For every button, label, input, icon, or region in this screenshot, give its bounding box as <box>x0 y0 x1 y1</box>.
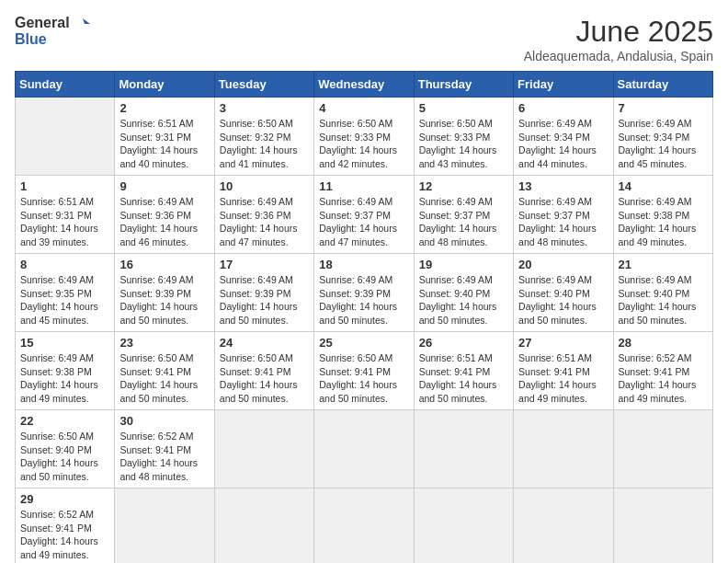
day-number: 10 <box>220 179 309 193</box>
day-number: 7 <box>619 101 708 115</box>
table-row: 13 Sunrise: 6:49 AMSunset: 9:37 PMDaylig… <box>514 176 613 254</box>
day-info: Sunrise: 6:49 AMSunset: 9:35 PMDaylight:… <box>20 274 98 326</box>
day-number: 9 <box>119 179 209 193</box>
table-row: 21 Sunrise: 6:49 AMSunset: 9:40 PMDaylig… <box>613 254 712 332</box>
day-info: Sunrise: 6:52 AMSunset: 9:41 PMDaylight:… <box>619 352 697 404</box>
table-row: 18 Sunrise: 6:49 AMSunset: 9:39 PMDaylig… <box>314 254 414 332</box>
calendar-header-row: Sunday Monday Tuesday Wednesday Thursday… <box>16 72 713 98</box>
day-number: 11 <box>319 179 408 193</box>
table-row: 28 Sunrise: 6:52 AMSunset: 9:41 PMDaylig… <box>613 332 712 410</box>
logo-blue: Blue <box>15 31 47 47</box>
table-row: 15 Sunrise: 6:49 AMSunset: 9:38 PMDaylig… <box>16 332 115 410</box>
day-number: 13 <box>518 179 608 193</box>
day-info: Sunrise: 6:49 AMSunset: 9:38 PMDaylight:… <box>619 196 697 247</box>
day-number: 29 <box>20 492 109 506</box>
day-info: Sunrise: 6:50 AMSunset: 9:32 PMDaylight:… <box>220 118 298 169</box>
table-row: 7 Sunrise: 6:49 AMSunset: 9:34 PMDayligh… <box>613 98 712 176</box>
table-row <box>214 488 313 564</box>
table-row: 11 Sunrise: 6:49 AMSunset: 9:37 PMDaylig… <box>314 176 414 254</box>
table-row <box>613 488 712 564</box>
table-row: 5 Sunrise: 6:50 AMSunset: 9:33 PMDayligh… <box>414 98 513 176</box>
calendar-subtitle: Aldeaquemada, Andalusia, Spain <box>524 49 713 63</box>
day-number: 5 <box>419 101 508 115</box>
day-info: Sunrise: 6:50 AMSunset: 9:41 PMDaylight:… <box>220 352 298 404</box>
col-sunday: Sunday <box>16 72 115 98</box>
day-number: 6 <box>518 101 608 115</box>
day-number: 20 <box>518 258 608 271</box>
day-info: Sunrise: 6:52 AMSunset: 9:41 PMDaylight:… <box>20 509 98 560</box>
table-row: 27 Sunrise: 6:51 AMSunset: 9:41 PMDaylig… <box>514 332 613 410</box>
calendar-table: Sunday Monday Tuesday Wednesday Thursday… <box>15 71 713 563</box>
table-row <box>115 488 214 564</box>
day-number: 4 <box>319 101 408 115</box>
table-row: 29 Sunrise: 6:52 AMSunset: 9:41 PMDaylig… <box>16 488 115 564</box>
calendar-week-row: 22 Sunrise: 6:50 AMSunset: 9:40 PMDaylig… <box>16 410 713 488</box>
day-info: Sunrise: 6:49 AMSunset: 9:38 PMDaylight:… <box>20 352 98 404</box>
day-info: Sunrise: 6:50 AMSunset: 9:41 PMDaylight:… <box>119 352 198 404</box>
day-info: Sunrise: 6:51 AMSunset: 9:41 PMDaylight:… <box>518 352 597 404</box>
table-row: 26 Sunrise: 6:51 AMSunset: 9:41 PMDaylig… <box>414 332 513 410</box>
day-info: Sunrise: 6:49 AMSunset: 9:34 PMDaylight:… <box>619 118 697 169</box>
calendar-week-row: 2 Sunrise: 6:51 AMSunset: 9:31 PMDayligh… <box>16 98 713 176</box>
logo-general: General <box>15 15 70 30</box>
day-number: 3 <box>220 101 309 115</box>
logo: General Blue <box>15 15 90 47</box>
day-info: Sunrise: 6:49 AMSunset: 9:39 PMDaylight:… <box>220 274 298 326</box>
calendar-week-row: 1 Sunrise: 6:51 AMSunset: 9:31 PMDayligh… <box>16 176 713 254</box>
table-row <box>214 410 313 488</box>
day-info: Sunrise: 6:50 AMSunset: 9:40 PMDaylight:… <box>20 431 98 482</box>
day-number: 23 <box>119 336 209 350</box>
col-thursday: Thursday <box>414 72 513 98</box>
day-info: Sunrise: 6:49 AMSunset: 9:36 PMDaylight:… <box>119 196 198 247</box>
table-row <box>16 98 115 176</box>
table-row <box>414 410 513 488</box>
day-number: 27 <box>518 336 608 350</box>
table-row: 25 Sunrise: 6:50 AMSunset: 9:41 PMDaylig… <box>314 332 414 410</box>
day-info: Sunrise: 6:49 AMSunset: 9:40 PMDaylight:… <box>518 274 597 326</box>
day-number: 17 <box>220 258 309 271</box>
day-info: Sunrise: 6:50 AMSunset: 9:41 PMDaylight:… <box>319 352 397 404</box>
table-row: 20 Sunrise: 6:49 AMSunset: 9:40 PMDaylig… <box>514 254 613 332</box>
table-row <box>314 410 414 488</box>
table-row <box>314 488 414 564</box>
table-row <box>514 410 613 488</box>
col-tuesday: Tuesday <box>214 72 313 98</box>
table-row: 17 Sunrise: 6:49 AMSunset: 9:39 PMDaylig… <box>214 254 313 332</box>
table-row <box>514 488 613 564</box>
day-info: Sunrise: 6:49 AMSunset: 9:37 PMDaylight:… <box>419 196 497 247</box>
day-info: Sunrise: 6:49 AMSunset: 9:37 PMDaylight:… <box>518 196 597 247</box>
table-row: 24 Sunrise: 6:50 AMSunset: 9:41 PMDaylig… <box>214 332 313 410</box>
calendar-week-row: 15 Sunrise: 6:49 AMSunset: 9:38 PMDaylig… <box>16 332 713 410</box>
table-row: 12 Sunrise: 6:49 AMSunset: 9:37 PMDaylig… <box>414 176 513 254</box>
day-number: 30 <box>119 414 209 428</box>
col-monday: Monday <box>115 72 214 98</box>
table-row: 4 Sunrise: 6:50 AMSunset: 9:33 PMDayligh… <box>314 98 414 176</box>
day-info: Sunrise: 6:49 AMSunset: 9:36 PMDaylight:… <box>220 196 298 247</box>
day-number: 8 <box>20 258 109 271</box>
day-info: Sunrise: 6:50 AMSunset: 9:33 PMDaylight:… <box>319 118 397 169</box>
table-row: 8 Sunrise: 6:49 AMSunset: 9:35 PMDayligh… <box>16 254 115 332</box>
day-number: 26 <box>419 336 508 350</box>
logo-text: General Blue <box>15 15 90 47</box>
day-info: Sunrise: 6:51 AMSunset: 9:41 PMDaylight:… <box>419 352 497 404</box>
page-header: General Blue June 2025 Aldeaquemada, And… <box>15 15 713 63</box>
day-number: 14 <box>619 179 708 193</box>
title-area: June 2025 Aldeaquemada, Andalusia, Spain <box>524 15 713 63</box>
day-info: Sunrise: 6:49 AMSunset: 9:40 PMDaylight:… <box>619 274 697 326</box>
table-row: 22 Sunrise: 6:50 AMSunset: 9:40 PMDaylig… <box>16 410 115 488</box>
calendar-week-row: 29 Sunrise: 6:52 AMSunset: 9:41 PMDaylig… <box>16 488 713 564</box>
table-row: 16 Sunrise: 6:49 AMSunset: 9:39 PMDaylig… <box>115 254 214 332</box>
day-number: 24 <box>220 336 309 350</box>
table-row <box>613 410 712 488</box>
day-info: Sunrise: 6:50 AMSunset: 9:33 PMDaylight:… <box>419 118 497 169</box>
logo-bird-icon <box>75 17 90 31</box>
svg-marker-0 <box>83 18 90 24</box>
day-number: 18 <box>319 258 408 271</box>
day-number: 25 <box>319 336 408 350</box>
day-info: Sunrise: 6:49 AMSunset: 9:39 PMDaylight:… <box>319 274 397 326</box>
col-saturday: Saturday <box>613 72 712 98</box>
day-number: 2 <box>119 101 209 115</box>
day-number: 1 <box>20 179 109 193</box>
day-number: 16 <box>119 258 209 271</box>
day-info: Sunrise: 6:49 AMSunset: 9:34 PMDaylight:… <box>518 118 597 169</box>
